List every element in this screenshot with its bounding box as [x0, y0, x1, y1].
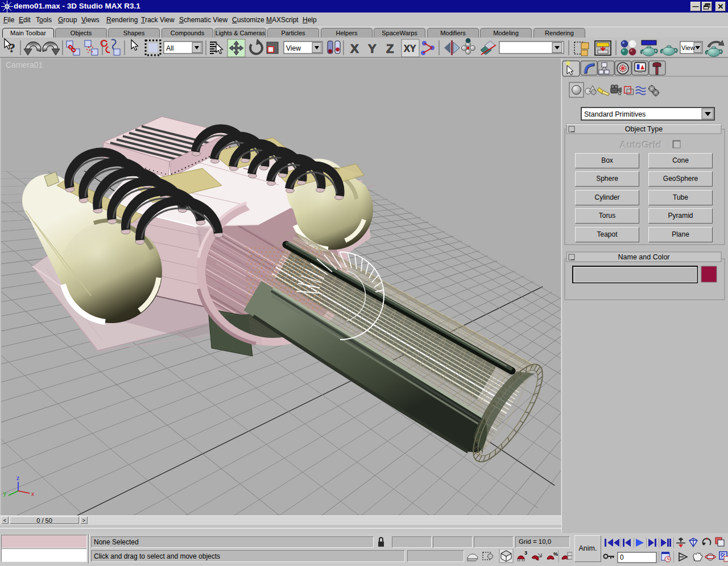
svg-text:View: View [681, 44, 695, 51]
svg-text:Object Type: Object Type [625, 125, 663, 133]
svg-text:x: x [31, 491, 34, 497]
svg-text:Standard Primitives: Standard Primitives [584, 110, 646, 118]
svg-text:?: ? [9, 40, 15, 55]
svg-text:All: All [166, 44, 173, 52]
svg-text:Name and Color: Name and Color [618, 253, 669, 261]
svg-text:3: 3 [524, 550, 527, 556]
svg-text:z: z [16, 475, 19, 481]
svg-text:Camera01: Camera01 [6, 60, 43, 69]
svg-text:_: _ [570, 254, 574, 260]
svg-text:XY: XY [404, 44, 416, 53]
svg-text:View: View [286, 44, 301, 52]
svg-text:y: y [3, 490, 6, 497]
svg-text:AutoGrid: AutoGrid [620, 140, 662, 151]
svg-text:X: X [350, 42, 359, 56]
svg-text:%: % [553, 551, 558, 557]
svg-text:Z: Z [386, 42, 394, 56]
svg-text:Y: Y [368, 42, 377, 56]
svg-text:0: 0 [620, 553, 624, 561]
svg-text:_: _ [570, 126, 574, 132]
